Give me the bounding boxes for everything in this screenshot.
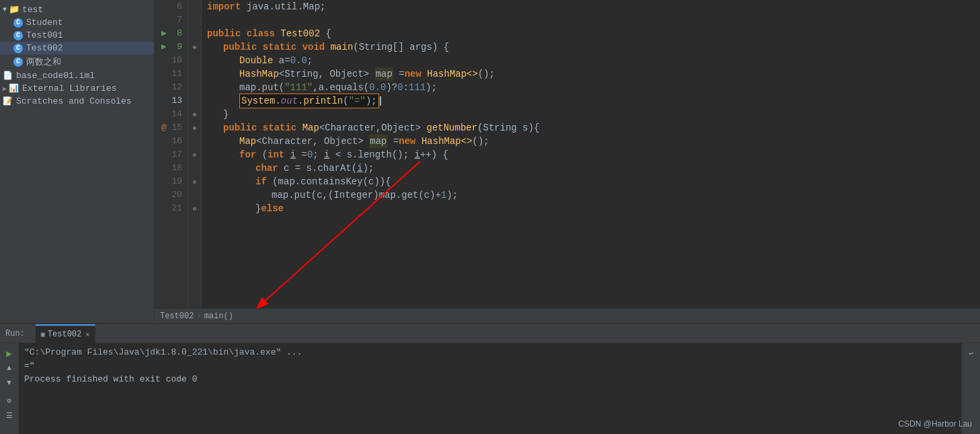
class-icon: C — [13, 31, 23, 40]
panel-content: ▶ ▲ ▼ ⚙ ☰ "C:\Program Files\Java\jdk1.8.… — [0, 343, 980, 434]
sidebar-item-label: Student — [26, 17, 63, 28]
code-line-20: map.put(c,(Integer)map.get(c)+1); — [207, 188, 975, 202]
code-line-14: } — [207, 108, 975, 121]
gutter-line — [188, 161, 201, 175]
line-num: 6 — [177, 0, 182, 13]
sidebar-item-label: Test001 — [26, 30, 63, 40]
gutter-line: ⊕ — [188, 121, 201, 135]
scratch-icon: 📝 — [3, 96, 13, 106]
code-line-15: public static Map<Character,Object> getN… — [207, 121, 975, 135]
class-icon: C — [13, 57, 23, 67]
line-num: 19 — [171, 175, 182, 188]
console-line-exit: Process finished with exit code 0 — [24, 373, 956, 386]
gutter-line: ⊕ — [188, 108, 201, 121]
code-line-7 — [207, 13, 975, 27]
code-line-18: char c = s.charAt(i); — [207, 161, 975, 175]
watermark: CSDN @Harbor Lau — [898, 419, 972, 429]
sidebar-item-liangshuzhi[interactable]: C 两数之和 — [0, 55, 154, 69]
gutter-line — [188, 27, 201, 40]
line-num: 10 — [171, 54, 182, 67]
scroll-down-button[interactable]: ▼ — [3, 377, 15, 389]
gutter-line — [188, 188, 201, 202]
breadcrumb-method: main() — [204, 312, 233, 321]
console-line-cmd: "C:\Program Files\Java\jdk1.8.0_221\bin\… — [24, 346, 956, 359]
sidebar-item-label: base_code01.iml — [16, 71, 95, 81]
console-text: "C:\Program Files\Java\jdk1.8.0_221\bin\… — [24, 346, 302, 359]
gutter-line: ⊖ — [188, 175, 201, 188]
run-button[interactable]: ▶ — [3, 347, 15, 359]
breadcrumb-file: Test002 — [160, 312, 194, 321]
line-num: 14 — [171, 108, 182, 121]
line-num: 12 — [171, 81, 182, 94]
code-line-10: Double a=0.0; — [207, 54, 975, 67]
highlighted-code-block: System.out.println("="); — [239, 94, 379, 108]
code-line-12: map.put("111",a.equals(0.0)?0:111); — [207, 81, 975, 94]
sidebar-item-test002[interactable]: C Test002 — [0, 42, 154, 55]
gutter-line: ⊕ — [188, 40, 201, 54]
sidebar-item-label: Scratches and Consoles — [16, 96, 132, 106]
tab-file-icon: ▣ — [41, 330, 45, 338]
gutter-line: ⊖ — [188, 202, 201, 215]
tab-close-button[interactable]: ✕ — [85, 330, 89, 338]
line-num: 20 — [171, 188, 182, 202]
sidebar-item-label: 两数之和 — [26, 56, 61, 68]
gutter-line — [188, 94, 201, 108]
code-line-21: }else — [207, 202, 975, 215]
gutter-line — [188, 0, 201, 13]
sidebar-item-label: test — [22, 5, 43, 15]
run-indicator: ▶ — [161, 40, 167, 54]
code-line-8: public class Test002 { — [207, 27, 975, 40]
line-num: 15 — [171, 121, 182, 135]
sidebar-item-iml[interactable]: 📄 base_code01.iml — [0, 69, 154, 82]
code-line-6: import java.util.Map; — [207, 0, 975, 13]
line-num: 16 — [171, 135, 182, 148]
gutter-line: ⊖ — [188, 148, 201, 161]
code-line-9: public static void main(String[] args) { — [207, 40, 975, 54]
libs-icon: 📊 — [9, 83, 19, 94]
line-num: 21 — [171, 202, 182, 215]
line-num: 7 — [177, 13, 182, 27]
code-line-19: if (map.containsKey(c)){ — [207, 175, 975, 188]
iml-icon: 📄 — [3, 71, 13, 81]
line-num: 17 — [171, 148, 182, 161]
code-line-16: Map<Character, Object> map = new HashMap… — [207, 135, 975, 148]
settings-button[interactable]: ⚙ — [3, 394, 15, 406]
code-line-11: HashMap<String, Object> map = new HashMa… — [207, 67, 975, 81]
scroll-up-button[interactable]: ▲ — [3, 362, 15, 374]
gutter-line — [188, 67, 201, 81]
sidebar-item-scratches[interactable]: 📝 Scratches and Consoles — [0, 95, 154, 108]
bookmark-indicator: @ — [161, 121, 167, 135]
gutter-line — [188, 135, 201, 148]
filter-button[interactable]: ☰ — [3, 409, 15, 421]
console-line-output: =" — [24, 359, 956, 373]
console-output: "C:\Program Files\Java\jdk1.8.0_221\bin\… — [19, 343, 961, 434]
sidebar-item-student[interactable]: C Student — [0, 16, 154, 29]
gutter-line — [188, 81, 201, 94]
line-numbers: 6 7 ▶ 8 ▶ 9 10 11 12 13 14 @ 15 — [155, 0, 188, 308]
console-text: Process finished with exit code 0 — [24, 373, 197, 386]
panel-tab-label: Test002 — [48, 330, 81, 339]
libs-arrow-icon: ▶ — [3, 85, 7, 93]
class-icon: C — [13, 44, 23, 53]
code-line-13: System.out.println("="); — [207, 94, 975, 108]
editor-area: 6 7 ▶ 8 ▶ 9 10 11 12 13 14 @ 15 — [155, 0, 980, 323]
sidebar-item-label: External Libraries — [22, 83, 116, 94]
code-editor[interactable]: 6 7 ▶ 8 ▶ 9 10 11 12 13 14 @ 15 — [155, 0, 980, 308]
breadcrumb-separator: › — [196, 312, 201, 321]
line-num: 8 — [177, 27, 182, 40]
gutter-line — [188, 13, 201, 27]
breadcrumb-bar: Test002 › main() — [155, 308, 980, 323]
folder-arrow-icon: ▼ — [3, 6, 7, 13]
sidebar-item-test001[interactable]: C Test001 — [0, 29, 154, 42]
run-indicator: ▶ — [161, 27, 167, 40]
code-content[interactable]: import java.util.Map; public class Test0… — [202, 0, 980, 308]
sidebar-item-external-libraries[interactable]: ▶ 📊 External Libraries — [0, 82, 154, 95]
sidebar-item-test[interactable]: ▼ 📁 test — [0, 3, 154, 16]
panel-tabs: Run: ▣ Test002 ✕ — [0, 324, 980, 343]
run-controls: ▶ ▲ ▼ ⚙ ☰ — [0, 343, 19, 434]
project-sidebar: ▼ 📁 test C Student C Test001 C Test002 C… — [0, 0, 155, 323]
cursor — [380, 96, 381, 106]
panel-tab-test002[interactable]: ▣ Test002 ✕ — [36, 324, 95, 343]
wrap-button[interactable]: ↩ — [965, 347, 977, 359]
folder-icon: 📁 — [9, 4, 19, 15]
